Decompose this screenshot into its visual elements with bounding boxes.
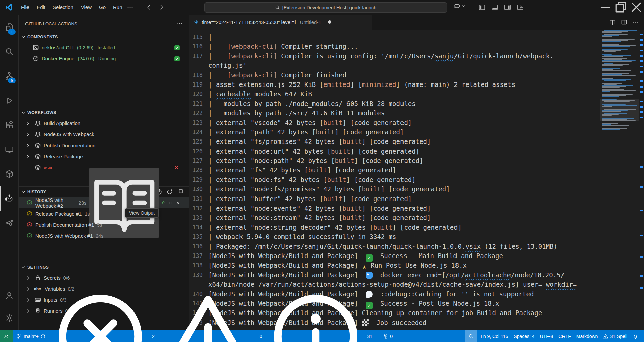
token: [webpack-cli] <box>227 52 277 60</box>
activity-bar-item-containers[interactable] <box>0 162 18 186</box>
workflows-section-header[interactable]: WORKFLOWS <box>18 107 189 118</box>
workflow-item[interactable]: NodeJS with Webpack <box>18 129 189 140</box>
token: | <box>208 43 227 50</box>
token: | external "fs" 42 bytes [ <box>208 166 308 174</box>
menu-view[interactable]: View <box>77 2 95 12</box>
workflow-item[interactable]: Release Package <box>18 151 189 162</box>
server-icon <box>35 308 41 314</box>
problems-status[interactable]: 2 0 31 <box>48 330 376 342</box>
component-item[interactable]: Docker Engine(24.0.6) - Running <box>18 53 189 64</box>
line-number: 118 <box>189 70 203 80</box>
line-content: [NodeJS with Webpack/Build and Package] … <box>203 261 467 270</box>
warnings-icon <box>158 286 258 342</box>
chevron-right-icon <box>25 121 31 126</box>
toggle-primary-sidebar-icon[interactable] <box>479 4 485 11</box>
remove-icon[interactable] <box>176 199 180 206</box>
line-content: | Packaged: /mnt/c/Users/sanju/Git/quick… <box>203 242 557 251</box>
history-item[interactable]: Publish Documentation #15s <box>18 219 189 230</box>
radio-tower-icon <box>383 334 388 339</box>
activity-bar-item-files[interactable]: 1 <box>0 15 18 39</box>
language-mode[interactable]: Markdown <box>574 330 601 342</box>
menu-selection[interactable]: Selection <box>49 2 77 12</box>
copilot-menu[interactable] <box>453 3 466 9</box>
editor-more-actions-icon[interactable] <box>632 19 639 25</box>
back-arrow-icon[interactable] <box>146 4 152 11</box>
activity-bar-item-search[interactable] <box>0 39 18 64</box>
toggle-panel-icon[interactable] <box>491 4 498 11</box>
branch-status[interactable]: main*+ <box>14 330 48 342</box>
activity-bar-item-deploy[interactable] <box>0 211 18 235</box>
tab-untitled-1[interactable]: time="2024-11-17T18:32:43-05:00" level=i… <box>189 15 372 30</box>
activity-bar-item-account[interactable] <box>0 285 18 307</box>
menu-go[interactable]: Go <box>95 2 109 12</box>
ports-status[interactable]: 0 <box>380 330 395 342</box>
customize-layout-icon[interactable] <box>517 4 524 11</box>
maximize-button[interactable] <box>613 0 629 15</box>
token: ] [code generated] <box>342 119 412 126</box>
close-window-button[interactable] <box>629 0 644 15</box>
activity-bar-item-source-control[interactable]: 9 <box>0 64 18 88</box>
spell-checker-status[interactable]: 31 Spell <box>600 330 630 342</box>
sidebar-more-actions-icon[interactable] <box>177 21 183 27</box>
activity-bar-item-github-local-actions[interactable] <box>0 186 18 211</box>
abc-icon: abc <box>34 287 42 291</box>
encoding-status[interactable]: UTF-8 <box>537 330 556 342</box>
toggle-secondary-sidebar-icon[interactable] <box>504 4 511 11</box>
component-detail: (0.2.69) - Installed <box>77 45 115 50</box>
token: | modules by path ./node_modules/ 605 Ki… <box>208 100 416 107</box>
line-number: 137 <box>189 251 203 261</box>
history-item[interactable]: NodeJS with Webpack #124s <box>18 230 189 241</box>
token: ] [ <box>350 81 362 88</box>
command-center-search[interactable]: [Extension Development Host] quick-launc… <box>204 2 447 13</box>
cursor-position[interactable]: Ln 9, Col 116 <box>478 330 511 342</box>
history-item[interactable]: Release Package #11s <box>18 208 189 219</box>
menu-file[interactable]: File <box>17 2 33 12</box>
token: | <box>208 90 216 98</box>
indentation-status[interactable]: Spaces: 4 <box>511 330 537 342</box>
history-item[interactable]: NodeJS with Webpack #223s <box>18 197 189 208</box>
chevron-right-icon <box>25 275 31 281</box>
minimize-button[interactable] <box>598 0 613 15</box>
minimap-slider[interactable] <box>600 99 639 121</box>
activity-bar-item-extensions[interactable] <box>0 113 18 137</box>
notifications-bell[interactable] <box>630 330 641 342</box>
workflow-item[interactable]: Build Application <box>18 118 189 129</box>
components-section-header[interactable]: COMPONENTS <box>18 32 189 42</box>
settings-item-secrets[interactable]: Secrets0/6 <box>18 272 189 283</box>
forward-arrow-icon[interactable] <box>158 4 165 11</box>
line-number: 124 <box>189 127 203 137</box>
search-icon <box>275 5 280 10</box>
overview-ruler[interactable] <box>640 15 644 330</box>
modified-dot-icon[interactable] <box>328 20 331 24</box>
tab-bar: time="2024-11-17T18:32:43-05:00" level=i… <box>189 15 644 30</box>
activity-bar-item-run-and-debug[interactable] <box>0 88 18 113</box>
token: minimized <box>362 81 396 88</box>
editor-content[interactable]: 115|116| [webpack-cli] Compiler starting… <box>189 30 644 327</box>
status-success-icon <box>26 233 32 239</box>
tab-subtitle: Untitled-1 <box>300 19 321 25</box>
line-number: 122 <box>189 108 203 118</box>
menu-edit[interactable]: Edit <box>33 2 49 12</box>
chevron-down-icon <box>21 110 26 115</box>
settings-section-header[interactable]: SETTINGS <box>18 262 189 272</box>
open-preview-icon[interactable] <box>609 19 616 25</box>
token: | external "node:fs" 42 bytes [ <box>208 176 327 183</box>
activity-bar-item-remote-explorer[interactable] <box>0 137 18 162</box>
line-number: 136 <box>189 242 203 251</box>
component-item[interactable]: nektos/act CLI(0.2.69) - Installed <box>18 42 189 53</box>
workflow-layers-icon <box>35 153 41 160</box>
rerun-icon[interactable] <box>162 199 166 206</box>
remote-indicator[interactable] <box>0 330 13 342</box>
token: built <box>335 157 354 164</box>
activity-bar-item-settings-gear[interactable] <box>0 307 18 329</box>
more-menu-icon[interactable] <box>127 4 133 11</box>
token: ] [code generated] <box>342 195 412 203</box>
eol-status[interactable]: CRLF <box>556 330 574 342</box>
menu-run[interactable]: Run <box>109 2 126 12</box>
history-label: NodeJS with Webpack #1 <box>35 233 93 239</box>
token: | external "node:stream" 42 bytes [ <box>208 214 342 221</box>
split-editor-icon[interactable] <box>621 19 627 25</box>
stop-icon[interactable] <box>169 199 173 206</box>
workflow-item[interactable]: Publish Documentation <box>18 140 189 151</box>
zoom-indicator[interactable] <box>465 330 477 342</box>
